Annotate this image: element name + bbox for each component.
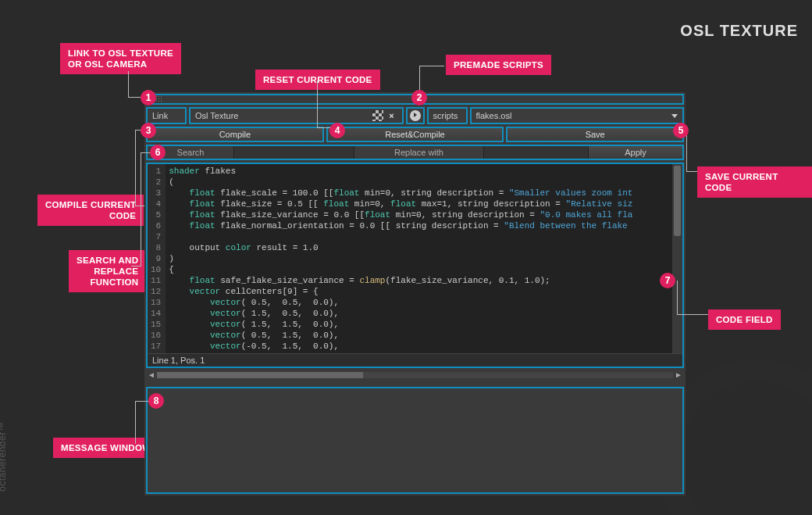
reset-compile-button[interactable]: Reset&Compile — [326, 127, 504, 142]
vertical-scrollbar[interactable] — [672, 164, 682, 353]
message-window[interactable] — [146, 387, 684, 494]
callout-premade: PREMADE SCRIPTS — [446, 55, 551, 75]
compile-button[interactable]: Compile — [146, 127, 324, 142]
callout-link: LINK TO OSL TEXTURE OR OSL CAMERA — [60, 43, 181, 74]
brand-watermark: octanerender™ — [0, 422, 8, 492]
apply-button[interactable]: Apply — [589, 146, 682, 159]
badge-7: 7 — [660, 273, 675, 288]
callout-search: SEARCH AND REPLACE FUNCTION — [69, 250, 146, 292]
checker-icon[interactable] — [372, 110, 383, 121]
code-field[interactable]: 1 2 3 4 5 6 7 8 9 10 11 12 13 14 15 16 1… — [146, 163, 684, 368]
save-button[interactable]: Save — [506, 127, 684, 142]
link-value[interactable]: Osl Texture × — [189, 107, 404, 124]
scripts-dropdown[interactable]: flakes.osl — [470, 107, 685, 124]
scroll-left-icon[interactable]: ◄ — [148, 371, 155, 379]
chevron-down-icon — [671, 114, 678, 118]
badge-1: 1 — [141, 90, 156, 106]
badge-3: 3 — [141, 123, 156, 138]
link-label: Link — [146, 107, 187, 124]
scripts-value: flakes.osl — [476, 111, 512, 120]
link-value-text: Osl Texture — [195, 111, 238, 120]
replace-label: Replace with — [354, 146, 483, 159]
badge-5: 5 — [673, 123, 689, 138]
callout-msgwin: MESSAGE WINDOW — [53, 438, 158, 458]
line-gutter: 1 2 3 4 5 6 7 8 9 10 11 12 13 14 15 16 1… — [148, 164, 166, 353]
play-icon — [410, 110, 421, 121]
scripts-label: scripts — [427, 107, 468, 124]
badge-2: 2 — [411, 90, 427, 106]
badge-8: 8 — [148, 393, 164, 409]
callout-compile: COMPILE CURRENT CODE — [37, 195, 144, 226]
callout-save: SAVE CURRENT CODE — [697, 166, 812, 198]
badge-6: 6 — [150, 145, 166, 160]
page-title: OSL TEXTURE — [680, 22, 798, 40]
delete-icon[interactable]: × — [386, 110, 397, 121]
search-input[interactable] — [233, 146, 354, 159]
cursor-status: Line 1, Pos. 1 — [148, 353, 682, 367]
badge-4: 4 — [329, 123, 345, 138]
horizontal-scrollbar[interactable]: ◄ ► — [146, 370, 684, 381]
scroll-right-icon[interactable]: ► — [675, 371, 682, 379]
replace-input[interactable] — [483, 146, 589, 159]
osl-editor-panel: Link Osl Texture × scripts flakes.osl Co… — [144, 92, 686, 495]
code-text[interactable]: shader flakes ( float flake_scale = 100.… — [166, 164, 672, 353]
callout-codefield: CODE FIELD — [708, 309, 781, 330]
action-icon[interactable] — [406, 107, 425, 124]
